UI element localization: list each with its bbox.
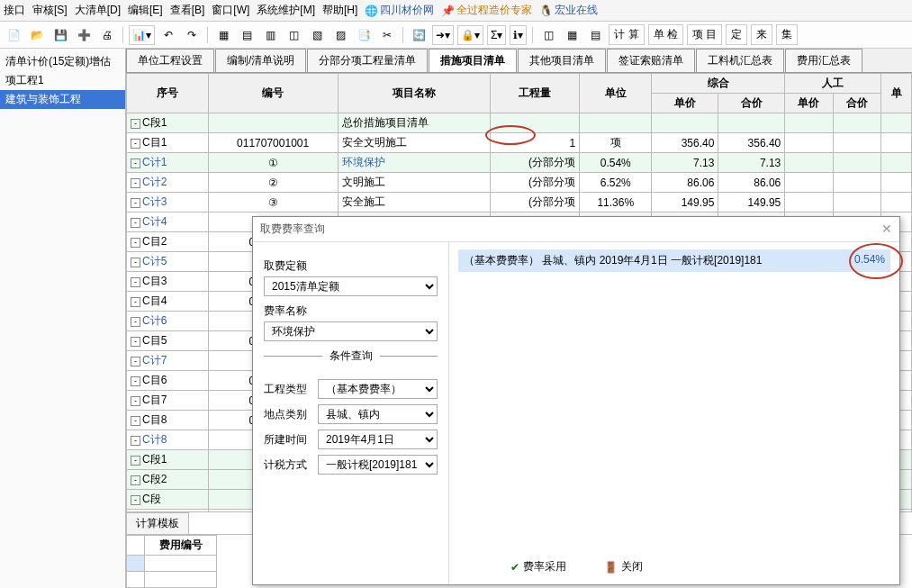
result-value: 0.54% [854,253,885,268]
btn-ji[interactable]: 集 [776,24,798,45]
combo-1[interactable]: 📊▾ [129,25,155,45]
col-group-zh[interactable]: 综合 [652,74,785,94]
col-single[interactable]: 单 [881,74,912,113]
menu-item[interactable]: 接口 [4,3,25,18]
tree-root[interactable]: 清单计价(15定额)增估 [0,52,125,71]
btn-ding[interactable]: 定 [726,24,747,45]
info-combo[interactable]: ℹ▾ [510,25,527,45]
tab-1[interactable]: 编制/清单说明 [215,49,306,72]
tool-icon[interactable]: ◫ [284,25,303,45]
expand-icon[interactable]: - [131,337,140,347]
export-icon[interactable]: ➕ [74,25,94,45]
tool-icon[interactable]: ▨ [330,25,350,45]
expand-icon[interactable]: - [131,178,140,188]
table-row[interactable]: -C目1011707001001安全文明施工1项356.40356.40 [127,133,912,153]
tool-icon[interactable]: ▧ [307,25,327,45]
expand-icon[interactable]: - [131,258,140,267]
tool-icon[interactable]: ▤ [237,25,257,45]
table-row[interactable]: -C计2②文明施工(分部分项6.52%86.0686.06 [127,173,912,193]
field-select[interactable]: 一般计税[2019]181 [318,455,438,475]
menu-item[interactable]: 窗口[W] [212,3,249,18]
tool-icon[interactable]: 🔄 [409,25,429,45]
expand-icon[interactable]: - [131,436,140,446]
btn-check[interactable]: 单 检 [648,24,683,45]
expand-icon[interactable]: - [131,456,140,466]
cut-icon[interactable]: ✂ [377,25,397,45]
expand-icon[interactable]: - [131,158,140,168]
rate-select[interactable]: 环境保护 [264,321,438,341]
print-icon[interactable]: 🖨 [97,25,117,45]
tool-icon[interactable]: 📑 [354,25,374,45]
field-select[interactable]: 县城、镇内 [318,404,438,424]
tab-0[interactable]: 单位工程设置 [126,49,214,72]
col-dp[interactable]: 单价 [652,94,718,113]
tree-node[interactable]: 项工程1 [0,71,125,90]
expand-icon[interactable]: - [131,139,140,149]
sum-combo[interactable]: Σ▾ [487,25,506,45]
open-icon[interactable]: 📂 [27,25,47,45]
undo-icon[interactable]: ↶ [158,25,178,45]
expand-icon[interactable]: - [131,357,140,366]
menu-item[interactable]: 审核[S] [32,3,68,18]
expand-icon[interactable]: - [131,119,140,129]
layout-icon[interactable]: ▤ [585,25,605,45]
expand-icon[interactable]: - [131,396,140,406]
bottom-tab[interactable]: 计算模板 [126,512,189,534]
menu-item[interactable]: 编辑[E] [128,3,163,18]
link-expert[interactable]: 📌全过程造价专家 [441,3,532,18]
tool-icon[interactable]: ▦ [213,25,233,45]
tab-6[interactable]: 工料机汇总表 [696,49,784,72]
close-icon[interactable]: ✕ [881,222,892,237]
expand-icon[interactable]: - [131,317,140,327]
save-icon[interactable]: 💾 [50,25,70,45]
expand-icon[interactable]: - [131,277,140,287]
layout-icon[interactable]: ◫ [538,25,558,45]
tab-3[interactable]: 措施项目清单 [429,49,517,72]
col-unit[interactable]: 单位 [580,74,652,113]
expand-icon[interactable]: - [131,218,140,228]
menu-item[interactable]: 帮助[H] [322,3,357,18]
combo-2[interactable]: ➜▾ [432,25,454,45]
field-select[interactable]: 2019年4月1日 [318,430,438,449]
link-sichuan[interactable]: 🌐四川材价网 [365,3,434,18]
col-hj2[interactable]: 合价 [833,94,880,113]
col-group-rg[interactable]: 人工 [785,74,881,94]
menu-item[interactable]: 大清单[D] [75,3,121,18]
tab-4[interactable]: 其他项目清单 [518,49,606,72]
expand-icon[interactable]: - [131,297,140,307]
tool-icon[interactable]: ▥ [260,25,280,45]
col-qty[interactable]: 工程量 [491,74,580,113]
menu-item[interactable]: 系统维护[M] [257,3,315,18]
tab-5[interactable]: 签证索赔清单 [607,49,695,72]
table-row[interactable]: -C计3③安全施工(分部分项11.36%149.95149.95 [127,193,912,213]
result-row[interactable]: （基本费费率） 县城、镇内 2019年4月1日 一般计税[2019]181 0.… [458,249,890,272]
lock-combo[interactable]: 🔒▾ [457,25,483,45]
tree-node-selected[interactable]: 建筑与装饰工程 [0,90,125,109]
menu-item[interactable]: 查看[B] [170,3,205,18]
expand-icon[interactable]: - [131,376,140,386]
btn-lai[interactable]: 来 [751,24,772,45]
col-seq[interactable]: 序号 [127,74,209,113]
expand-icon[interactable]: - [131,475,140,485]
col-fee-code[interactable]: 费用编号 [145,536,217,556]
col-hj[interactable]: 合价 [718,94,785,113]
field-select[interactable]: （基本费费率） [318,379,438,399]
table-row[interactable]: -C计1①环境保护(分部分项0.54%7.137.13 [127,153,912,173]
new-icon[interactable]: 📄 [4,25,23,45]
col-dp2[interactable]: 单价 [785,94,833,113]
expand-icon[interactable]: - [131,238,140,248]
expand-icon[interactable]: - [131,495,140,505]
expand-icon[interactable]: - [131,198,140,208]
redo-icon[interactable]: ↷ [182,25,202,45]
btn-project[interactable]: 项 目 [687,24,722,45]
tab-7[interactable]: 费用汇总表 [785,49,862,72]
link-hongye[interactable]: 🐧宏业在线 [539,3,598,18]
expand-icon[interactable]: - [131,416,140,426]
table-row[interactable]: -C段1总价措施项目清单 [127,113,912,133]
col-name[interactable]: 项目名称 [338,74,491,113]
btn-calc[interactable]: 计 算 [609,24,644,45]
layout-icon[interactable]: ▦ [562,25,582,45]
col-code[interactable]: 编号 [208,74,338,113]
tab-2[interactable]: 分部分项工程量清单 [307,49,428,72]
quota-select[interactable]: 2015清单定额 [264,276,438,296]
